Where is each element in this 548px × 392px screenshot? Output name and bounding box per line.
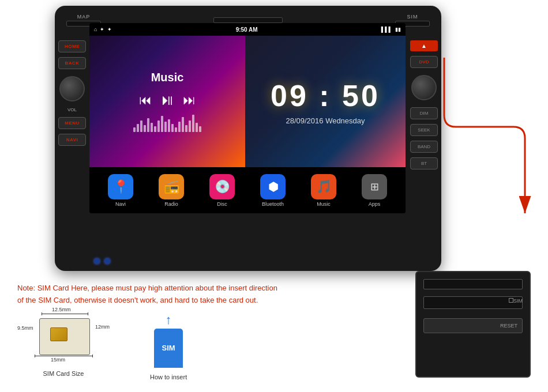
sim-chip bbox=[50, 327, 67, 341]
music-controls: ⏮ ⏯ ⏭ bbox=[139, 91, 196, 109]
sim-slot-label-top: SIM bbox=[407, 14, 418, 20]
radio-app-icon[interactable]: 📻 Radio bbox=[159, 174, 184, 207]
apps-icon: ⊞ bbox=[362, 174, 387, 199]
top-dim-left-tick bbox=[42, 312, 42, 315]
music-widget: Music ⏮ ⏯ ⏭ bbox=[89, 36, 245, 167]
home-button[interactable]: HOME bbox=[58, 40, 86, 52]
bluetooth-status-icon: ✦ bbox=[107, 27, 112, 32]
led-dots bbox=[94, 258, 110, 264]
apps-label: Apps bbox=[369, 201, 381, 207]
arrow-up-icon: ↑ bbox=[166, 314, 172, 326]
top-dim-right-tick bbox=[88, 312, 88, 315]
note-line2: of the SIM Card, otherwise it doesn't wo… bbox=[17, 296, 258, 304]
navi-label: Navi bbox=[115, 201, 126, 207]
navi-button[interactable]: NAVI bbox=[58, 134, 86, 146]
note-line1: Note: SIM Card Here, please must pay hig… bbox=[17, 284, 277, 292]
closeup-sim-area: SIM bbox=[423, 296, 523, 309]
screen: ⌂ ✦ ✦ 9:50 AM ▌▌▌ ▮▮ Music ⏮ ⏯ bbox=[89, 23, 406, 213]
forward-button[interactable]: ⏭ bbox=[183, 93, 196, 108]
closeup-inner: SIM RESET bbox=[416, 272, 530, 376]
dim-bottom-label: 15mm bbox=[51, 357, 65, 363]
disc-icon: 💿 bbox=[209, 174, 235, 199]
closeup-reset-button[interactable]: RESET bbox=[423, 318, 523, 333]
sim-blue-text: SIM bbox=[162, 344, 175, 352]
music-widget-title: Music bbox=[151, 71, 184, 84]
clock-date: 28/09/2016 Wednesday bbox=[286, 116, 365, 125]
sim-card-blue: SIM bbox=[154, 329, 183, 368]
vol-knob[interactable] bbox=[59, 76, 85, 101]
insert-diagram: ↑ SIM How to insert bbox=[150, 314, 187, 380]
led-1 bbox=[94, 258, 100, 264]
radio-icon: 📻 bbox=[159, 174, 184, 199]
note-text: Note: SIM Card Here, please must pay hig… bbox=[17, 282, 317, 307]
bluetooth-app-icon[interactable]: ⬢ Bluetooth bbox=[260, 174, 286, 207]
clock-time: 09 : 50 bbox=[271, 78, 380, 113]
play-pause-button[interactable]: ⏯ bbox=[160, 91, 175, 109]
red-arrow bbox=[433, 46, 536, 231]
bluetooth-label: Bluetooth bbox=[262, 201, 284, 207]
signal-icon: ▌▌▌ bbox=[381, 27, 392, 32]
car-head-unit: MAP SIM MIC RESET HOME BACK VOL MENU NAV… bbox=[55, 6, 441, 271]
app-row: 📍 Navi 📻 Radio 💿 Disc ⬢ Bluetooth 🎵 bbox=[89, 167, 406, 213]
dim-top-label: 12.5mm bbox=[52, 307, 71, 312]
bottom-dim-left-tick bbox=[35, 355, 35, 357]
left-button-group: HOME BACK VOL MENU NAVI bbox=[58, 40, 86, 146]
cd-slot[interactable] bbox=[213, 17, 283, 23]
music-label: Music bbox=[317, 201, 331, 207]
disc-label: Disc bbox=[217, 201, 227, 207]
bluetooth-icon: ⬢ bbox=[260, 174, 286, 199]
rewind-button[interactable]: ⏮ bbox=[139, 93, 152, 108]
menu-button[interactable]: MENU bbox=[58, 117, 86, 129]
page: MAP SIM MIC RESET HOME BACK VOL MENU NAV… bbox=[0, 0, 548, 392]
navi-icon: 📍 bbox=[108, 174, 133, 199]
bottom-dim-line bbox=[35, 356, 92, 356]
home-icon: ⌂ bbox=[94, 27, 97, 32]
sim-indicator bbox=[509, 298, 513, 303]
status-bar: ⌂ ✦ ✦ 9:50 AM ▌▌▌ ▮▮ bbox=[89, 23, 406, 36]
sim-card-drawing: 12.5mm 15mm 9.5mm 12mm bbox=[17, 314, 110, 365]
disc-app-icon[interactable]: 💿 Disc bbox=[209, 174, 235, 207]
radio-label: Radio bbox=[164, 201, 178, 207]
sim-card-diagram: 12.5mm 15mm 9.5mm 12mm SI bbox=[17, 314, 110, 377]
top-dim-line bbox=[42, 314, 88, 314]
music-visualizer bbox=[133, 115, 201, 132]
led-2 bbox=[104, 258, 110, 264]
reset-closeup-label: RESET bbox=[500, 323, 517, 329]
sim-card-size-label: SIM Card Size bbox=[43, 370, 84, 377]
music-app-icon[interactable]: 🎵 Music bbox=[311, 174, 336, 207]
back-button[interactable]: BACK bbox=[58, 57, 86, 69]
map-slot-label: MAP bbox=[77, 14, 91, 20]
status-time: 9:50 AM bbox=[236, 27, 258, 33]
music-icon: 🎵 bbox=[311, 174, 336, 199]
closeup-sim-slot bbox=[423, 296, 523, 309]
screen-content: Music ⏮ ⏯ ⏭ bbox=[89, 36, 406, 167]
sim-card-body bbox=[39, 318, 90, 355]
dim-right-label: 12mm bbox=[95, 324, 110, 330]
clock-widget: 09 : 50 28/09/2016 Wednesday bbox=[245, 36, 406, 167]
closeup-card-slot bbox=[423, 279, 523, 289]
how-to-insert-label: How to insert bbox=[150, 374, 187, 380]
navi-app-icon[interactable]: 📍 Navi bbox=[108, 174, 133, 207]
vol-label: VOL bbox=[58, 107, 86, 112]
closeup-photo: SIM RESET bbox=[415, 271, 531, 378]
settings-icon: ✦ bbox=[100, 27, 104, 32]
status-right-icons: ▌▌▌ ▮▮ bbox=[381, 27, 401, 32]
status-left-icons: ⌂ ✦ ✦ bbox=[94, 27, 112, 32]
sim-closeup-label: SIM bbox=[513, 298, 523, 304]
apps-app-icon[interactable]: ⊞ Apps bbox=[362, 174, 387, 207]
bottom-dim-right-tick bbox=[92, 355, 93, 357]
dim-left-label: 9.5mm bbox=[17, 325, 33, 331]
battery-icon: ▮▮ bbox=[395, 27, 401, 32]
